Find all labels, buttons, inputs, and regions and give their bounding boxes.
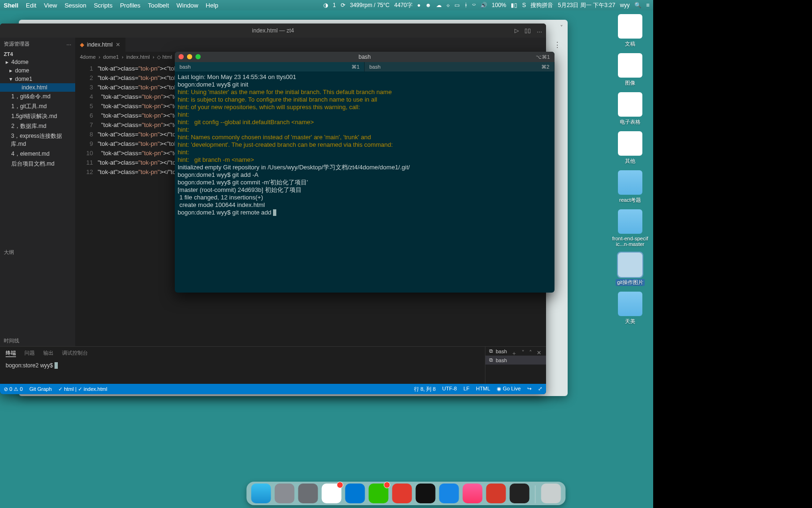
face-icon[interactable]: ☻ xyxy=(425,2,431,8)
dock-app-red[interactable] xyxy=(486,484,506,503)
layout-icon[interactable]: ▯▯ xyxy=(524,27,531,34)
tree-item[interactable]: ▸4dome xyxy=(0,58,75,66)
wechat-icon[interactable]: ◑ xyxy=(323,2,328,8)
run-icon[interactable]: ▷ xyxy=(515,27,519,34)
menu-profiles[interactable]: Profiles xyxy=(120,2,140,9)
terminal-tab[interactable]: bash⌘1 xyxy=(175,62,365,71)
display-icon[interactable]: ▭ xyxy=(454,2,460,8)
close-window-icon[interactable] xyxy=(179,54,184,59)
timeline-section[interactable]: 时间线 xyxy=(0,335,75,346)
maximize-panel-icon[interactable]: ˄ xyxy=(529,349,532,357)
ime-label[interactable]: 搜狗拼音 xyxy=(531,1,553,9)
dock-terminal[interactable] xyxy=(510,484,530,503)
tree-item[interactable]: index.html xyxy=(0,83,75,92)
status-item[interactable]: Git Graph xyxy=(29,386,52,392)
tree-item[interactable]: 1，git工具.md xyxy=(0,102,75,111)
tree-item[interactable]: ▸dome xyxy=(0,66,75,75)
status-item[interactable]: ◉ Go Live xyxy=(497,386,521,393)
terminal-titlebar[interactable]: bash ⌥⌘1 xyxy=(175,52,554,62)
sync-icon[interactable]: ⟐ xyxy=(446,2,450,8)
crumb[interactable]: 4dome xyxy=(80,54,96,60)
chevron-down-icon[interactable]: ˅ xyxy=(560,24,563,31)
close-icon[interactable]: ✕ xyxy=(116,41,120,48)
terminal-window[interactable]: bash ⌥⌘1 bash⌘1bash⌘2 Last login: Mon Ma… xyxy=(175,52,554,293)
menu-toolbelt[interactable]: Toolbelt xyxy=(148,2,169,9)
dock-shell[interactable] xyxy=(416,484,436,503)
split-terminal-icon[interactable]: ˅ xyxy=(522,349,524,357)
status-item[interactable]: UTF-8 xyxy=(442,386,457,393)
desktop-item[interactable]: 其他 xyxy=(618,131,642,165)
vscode-titlebar[interactable]: index.html — zt4 ▷ ▯▯ … xyxy=(0,24,546,38)
panel-tab[interactable]: 输出 xyxy=(43,349,54,357)
more-icon[interactable]: … xyxy=(537,27,542,34)
menu-edit[interactable]: Edit xyxy=(26,2,36,9)
status-item[interactable]: 行 8, 列 8 xyxy=(414,386,436,393)
tab-index-html[interactable]: ◆ index.html ✕ xyxy=(75,38,125,52)
minimize-window-icon[interactable] xyxy=(187,54,192,59)
integrated-terminal[interactable]: bogon:store2 wyy$ xyxy=(0,360,485,384)
tree-item[interactable]: 2，数据库.md xyxy=(0,121,75,131)
desktop-item-label: 电子表格 xyxy=(620,119,640,126)
dock-trash[interactable] xyxy=(541,484,561,503)
panel-tab[interactable]: 调试控制台 xyxy=(62,349,88,357)
dock-app-blue[interactable] xyxy=(439,484,459,503)
tree-item[interactable]: 1.5git错误解决.md xyxy=(0,111,75,121)
crumb[interactable]: ◇ html xyxy=(157,54,172,60)
outline-section[interactable]: 大纲 xyxy=(0,247,75,258)
panel-tab[interactable]: 问题 xyxy=(24,349,35,357)
dock-launchpad[interactable] xyxy=(275,484,295,503)
cloud-icon[interactable]: ☁ xyxy=(436,2,442,8)
tree-item[interactable]: 4，element.md xyxy=(0,149,75,159)
terminal-tab[interactable]: bash⌘2 xyxy=(365,62,554,71)
tree-item[interactable]: 后台项目文档.md xyxy=(0,159,75,169)
crumb[interactable]: dome1 xyxy=(103,54,119,60)
status-item[interactable]: ⤢ xyxy=(538,386,542,393)
dock-settings[interactable] xyxy=(298,484,318,503)
dock-music[interactable] xyxy=(463,484,483,503)
status-item[interactable]: LF xyxy=(463,386,469,393)
close-panel-icon[interactable]: ✕ xyxy=(537,349,541,357)
volume-icon[interactable]: 🔊 xyxy=(480,2,487,8)
terminal-output[interactable]: Last login: Mon May 23 14:55:34 on ttys0… xyxy=(175,71,554,218)
dock-vscode[interactable] xyxy=(345,484,365,503)
menu-scripts[interactable]: Scripts xyxy=(94,2,113,9)
desktop-item[interactable]: 图像 xyxy=(618,53,642,87)
desktop-item[interactable]: 天美 xyxy=(618,292,642,325)
kebab-icon[interactable]: ⋮ xyxy=(554,40,561,49)
tree-item[interactable]: ▾dome1 xyxy=(0,75,75,83)
status-item[interactable]: HTML xyxy=(476,386,490,393)
desktop-item[interactable]: react考题 xyxy=(618,170,642,204)
spotlight-icon[interactable]: 🔍 xyxy=(634,2,641,8)
dock-wps[interactable] xyxy=(392,484,412,503)
dock-finder[interactable] xyxy=(251,484,271,503)
sidebar-more-icon[interactable]: … xyxy=(66,40,71,48)
crumb[interactable]: index.html xyxy=(126,54,150,60)
menu-window[interactable]: Window xyxy=(177,2,198,9)
control-center-icon[interactable]: ≡ xyxy=(646,2,649,8)
tree-item[interactable]: 1，git&命令.md xyxy=(0,92,75,102)
bluetooth-icon[interactable]: ᚼ xyxy=(464,2,468,8)
mic-icon[interactable]: ● xyxy=(417,2,421,8)
menu-help[interactable]: Help xyxy=(206,2,219,9)
workspace-root[interactable]: ZT4 xyxy=(0,50,75,58)
desktop-item[interactable]: 电子表格 xyxy=(618,92,642,126)
dock-wechat[interactable] xyxy=(369,484,389,503)
zoom-window-icon[interactable] xyxy=(195,54,201,59)
desktop-item[interactable]: git操作图片 xyxy=(616,253,645,286)
dock-chrome[interactable] xyxy=(322,484,342,503)
status-item[interactable]: ↪ xyxy=(527,386,531,393)
add-terminal-icon[interactable]: ＋ xyxy=(511,349,517,357)
user-label[interactable]: wyy xyxy=(620,2,630,8)
desktop-item[interactable]: front-end-specific...n-master xyxy=(612,209,648,247)
wifi-icon[interactable]: ⌔ xyxy=(472,2,476,8)
status-item[interactable]: ⊘ 0 ⚠ 0 xyxy=(4,386,23,392)
desktop-item[interactable]: 文稿 xyxy=(618,14,642,48)
menu-session[interactable]: Session xyxy=(64,2,86,9)
tree-item[interactable]: 3，express连接数据库.md xyxy=(0,131,75,149)
status-item[interactable]: ✓ html | ✓ index.html xyxy=(58,386,107,392)
panel-tab[interactable]: 终端 xyxy=(6,349,16,357)
menu-view[interactable]: View xyxy=(44,2,57,9)
menu-shell[interactable]: Shell xyxy=(4,2,18,9)
battery-icon[interactable]: ▮▯ xyxy=(511,2,517,8)
ime-icon[interactable]: S xyxy=(522,2,526,8)
